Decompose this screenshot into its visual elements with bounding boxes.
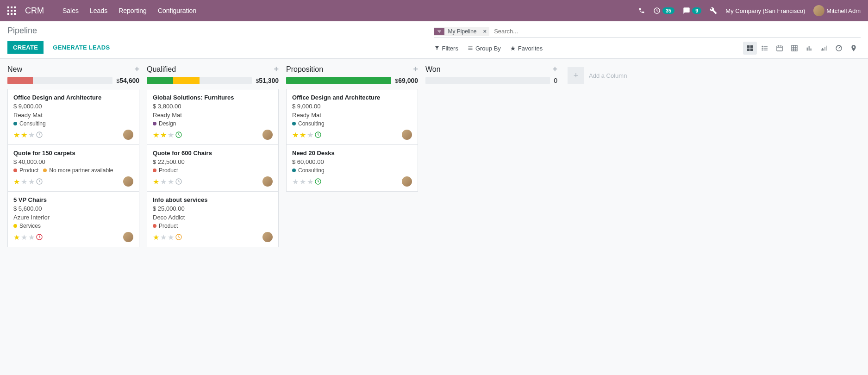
- kanban-card[interactable]: Quote for 600 Chairs $ 22,500.00 Product…: [147, 144, 279, 192]
- svg-rect-1: [11, 6, 12, 8]
- star-icon[interactable]: ★: [292, 131, 299, 139]
- column-title[interactable]: Won: [425, 65, 441, 74]
- activity-icon[interactable]: [175, 233, 182, 241]
- kanban-card[interactable]: Office Design and Architecture $ 9,000.0…: [7, 89, 139, 145]
- add-column[interactable]: +Add a Column: [565, 64, 657, 87]
- app-brand[interactable]: CRM: [25, 6, 44, 16]
- groupby-dropdown[interactable]: Group By: [468, 45, 501, 52]
- activity-icon[interactable]: [175, 178, 182, 185]
- star-icon[interactable]: ★: [13, 131, 20, 139]
- user-menu[interactable]: Mitchell Adm: [813, 5, 861, 16]
- nav-item-sales[interactable]: Sales: [62, 7, 79, 14]
- assignee-avatar-icon[interactable]: [123, 232, 133, 242]
- column-title[interactable]: Proposition: [286, 65, 323, 74]
- quick-create-icon[interactable]: +: [274, 64, 279, 74]
- filters-dropdown[interactable]: Filters: [434, 45, 458, 52]
- assignee-avatar-icon[interactable]: [402, 130, 412, 140]
- card-customer: Ready Mat: [13, 112, 133, 119]
- column-progress[interactable]: [7, 77, 112, 84]
- view-dashboard-icon[interactable]: [832, 42, 846, 55]
- assignee-avatar-icon[interactable]: [262, 130, 273, 140]
- debug-icon[interactable]: [710, 7, 717, 14]
- assignee-avatar-icon[interactable]: [123, 176, 133, 187]
- phone-icon[interactable]: [638, 7, 645, 14]
- nav-item-reporting[interactable]: Reporting: [119, 7, 147, 14]
- messages-icon[interactable]: 9: [683, 7, 701, 14]
- view-pivot-icon[interactable]: [787, 42, 801, 55]
- kanban-card[interactable]: Need 20 Desks $ 60,000.00 Consulting ★★★: [286, 144, 418, 192]
- star-icon[interactable]: ★: [21, 177, 27, 186]
- search-bar[interactable]: My Pipeline ×: [434, 26, 861, 38]
- star-icon[interactable]: ★: [168, 177, 174, 186]
- tag: Consulting: [292, 167, 325, 174]
- activity-icon[interactable]: [36, 178, 43, 185]
- star-icon[interactable]: ★: [160, 131, 167, 139]
- kanban-card[interactable]: 5 VP Chairs $ 5,600.00 Azure Interior Se…: [7, 191, 139, 247]
- kanban-card[interactable]: Info about services $ 25,000.00 Deco Add…: [147, 191, 279, 247]
- assignee-avatar-icon[interactable]: [402, 176, 412, 187]
- star-icon[interactable]: ★: [21, 131, 27, 139]
- view-cohort-icon[interactable]: [817, 42, 831, 55]
- nav-item-configuration[interactable]: Configuration: [158, 7, 196, 14]
- card-amount: $ 9,000.00: [13, 103, 133, 110]
- card-amount: $ 25,000.00: [153, 205, 273, 212]
- star-icon[interactable]: ★: [153, 131, 159, 139]
- star-icon[interactable]: ★: [28, 233, 35, 242]
- view-calendar-icon[interactable]: [773, 42, 787, 55]
- star-icon[interactable]: ★: [13, 233, 20, 242]
- star-icon[interactable]: ★: [160, 177, 167, 186]
- nav-item-leads[interactable]: Leads: [90, 7, 107, 14]
- favorites-dropdown[interactable]: Favorites: [510, 45, 543, 52]
- generate-leads-button[interactable]: GENERATE LEADS: [47, 41, 115, 54]
- activity-icon[interactable]: [36, 131, 43, 138]
- star-icon[interactable]: ★: [307, 177, 313, 186]
- quick-create-icon[interactable]: +: [134, 64, 139, 74]
- view-map-icon[interactable]: [847, 42, 861, 55]
- navbar: CRM SalesLeadsReportingConfiguration 35 …: [0, 0, 868, 21]
- star-icon[interactable]: ★: [292, 177, 299, 186]
- quick-create-icon[interactable]: +: [552, 64, 557, 74]
- filter-icon: [434, 28, 444, 35]
- star-icon[interactable]: ★: [168, 131, 174, 139]
- star-icon[interactable]: ★: [13, 177, 20, 186]
- column-progress[interactable]: [425, 77, 550, 84]
- create-button[interactable]: CREATE: [7, 41, 44, 54]
- column-progress[interactable]: [147, 77, 252, 84]
- star-icon[interactable]: ★: [160, 233, 167, 242]
- plus-icon[interactable]: +: [568, 67, 584, 84]
- star-icon[interactable]: ★: [300, 131, 306, 139]
- kanban-card[interactable]: Office Design and Architecture $ 9,000.0…: [286, 89, 418, 145]
- facet-remove-icon[interactable]: ×: [481, 28, 490, 35]
- view-graph-icon[interactable]: [802, 42, 816, 55]
- svg-rect-7: [11, 13, 12, 15]
- view-list-icon[interactable]: [758, 42, 772, 55]
- star-icon[interactable]: ★: [300, 177, 306, 186]
- card-amount: $ 9,000.00: [292, 103, 412, 110]
- kanban-card[interactable]: Quote for 150 carpets $ 40,000.00 Produc…: [7, 144, 139, 192]
- star-icon[interactable]: ★: [28, 177, 35, 186]
- assignee-avatar-icon[interactable]: [262, 232, 273, 242]
- assignee-avatar-icon[interactable]: [262, 176, 273, 187]
- star-icon[interactable]: ★: [28, 131, 35, 139]
- activity-icon[interactable]: [314, 131, 322, 138]
- view-kanban-icon[interactable]: [743, 42, 757, 55]
- activity-icon[interactable]: [175, 131, 182, 138]
- company-switcher[interactable]: My Company (San Francisco): [725, 7, 805, 14]
- star-icon[interactable]: ★: [153, 177, 159, 186]
- column-title[interactable]: New: [7, 65, 22, 74]
- star-icon[interactable]: ★: [153, 233, 159, 242]
- assignee-avatar-icon[interactable]: [123, 130, 133, 140]
- column-progress[interactable]: [286, 77, 391, 84]
- star-icon[interactable]: ★: [21, 233, 27, 242]
- activity-icon[interactable]: [314, 178, 322, 185]
- quick-create-icon[interactable]: +: [413, 64, 418, 74]
- column-title[interactable]: Qualified: [147, 65, 176, 74]
- activities-icon[interactable]: 35: [653, 7, 674, 14]
- search-input[interactable]: [492, 26, 861, 37]
- star-icon[interactable]: ★: [168, 233, 174, 242]
- kanban-column: Proposition + $69,000 Office Design and …: [286, 64, 418, 191]
- apps-icon[interactable]: [7, 6, 16, 15]
- star-icon[interactable]: ★: [307, 131, 313, 139]
- kanban-card[interactable]: Global Solutions: Furnitures $ 3,800.00 …: [147, 89, 279, 145]
- activity-icon[interactable]: [36, 233, 43, 241]
